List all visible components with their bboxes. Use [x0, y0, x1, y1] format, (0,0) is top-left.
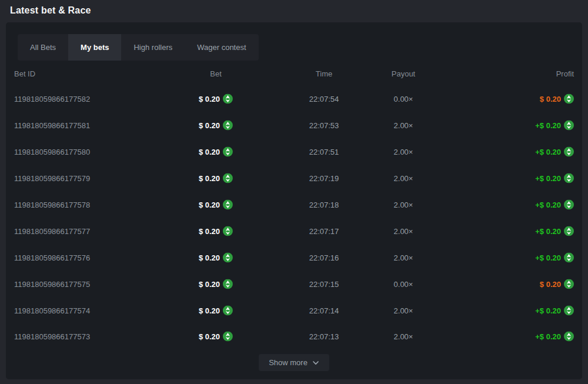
bet-id-cell: 119818059866177573 [14, 332, 90, 341]
bet-cell: $ 0.20 [199, 200, 233, 210]
bet-id-cell: 119818059866177581 [14, 121, 90, 130]
bet-amount: $ 0.20 [199, 332, 220, 341]
bets-tab-bar: All BetsMy betsHigh rollersWager contest [18, 34, 259, 61]
etc-coin-icon [223, 121, 233, 131]
etc-coin-icon [564, 252, 574, 262]
profit-cell: +$ 0.20 [535, 332, 574, 342]
tab-wager-contest[interactable]: Wager contest [185, 34, 258, 61]
payout-cell: 2.00× [394, 332, 413, 341]
profit-amount: +$ 0.20 [535, 332, 561, 341]
time-cell: 22:07:18 [309, 201, 339, 209]
payout-cell: 2.00× [394, 306, 413, 315]
payout-cell: 2.00× [394, 201, 413, 209]
profit-amount: +$ 0.20 [535, 306, 561, 315]
profit-cell: $ 0.20 [540, 279, 574, 289]
bet-amount: $ 0.20 [199, 148, 220, 156]
tab-all-bets[interactable]: All Bets [18, 34, 68, 61]
time-cell: 22:07:19 [309, 174, 339, 183]
time-cell: 22:07:53 [309, 121, 339, 130]
profit-amount: $ 0.20 [540, 279, 561, 288]
profit-amount: +$ 0.20 [535, 121, 561, 130]
bet-id-cell: 119818059866177576 [14, 253, 90, 262]
profit-cell: +$ 0.20 [535, 305, 574, 315]
etc-coin-icon [564, 332, 574, 342]
time-cell: 22:07:15 [309, 279, 339, 288]
etc-coin-icon [564, 94, 574, 104]
bet-amount: $ 0.20 [199, 226, 220, 235]
bet-amount: $ 0.20 [199, 306, 220, 315]
bet-amount: $ 0.20 [199, 121, 220, 130]
etc-coin-icon [223, 200, 233, 210]
bet-amount: $ 0.20 [199, 279, 220, 288]
payout-cell: 2.00× [394, 226, 413, 235]
table-row[interactable]: 119818059866177581 $ 0.20 22:07:53 2.00×… [6, 112, 582, 139]
table-row[interactable]: 119818059866177573 $ 0.20 22:07:13 2.00×… [6, 323, 582, 350]
bet-cell: $ 0.20 [199, 332, 233, 342]
table-row[interactable]: 119818059866177582 $ 0.20 22:07:54 0.00×… [6, 86, 582, 112]
etc-coin-icon [223, 173, 233, 183]
etc-coin-icon [564, 173, 574, 183]
profit-amount: +$ 0.20 [535, 201, 561, 209]
bet-id-cell: 119818059866177578 [14, 201, 90, 209]
table-header-row: Bet ID Bet Time Payout Profit [6, 61, 582, 86]
bet-cell: $ 0.20 [199, 305, 233, 315]
table-row[interactable]: 119818059866177575 $ 0.20 22:07:15 0.00×… [6, 271, 582, 297]
bet-cell: $ 0.20 [199, 94, 233, 104]
etc-coin-icon [223, 332, 233, 342]
payout-cell: 2.00× [394, 121, 413, 130]
time-cell: 22:07:16 [309, 253, 339, 262]
etc-coin-icon [223, 252, 233, 262]
table-row[interactable]: 119818059866177578 $ 0.20 22:07:18 2.00×… [6, 192, 582, 218]
payout-cell: 0.00× [394, 279, 413, 288]
bet-amount: $ 0.20 [199, 95, 220, 103]
time-cell: 22:07:14 [309, 306, 339, 315]
payout-cell: 2.00× [394, 253, 413, 262]
bet-id-cell: 119818059866177579 [14, 174, 90, 183]
bet-id-cell: 119818059866177580 [14, 148, 90, 156]
payout-cell: 2.00× [394, 174, 413, 183]
etc-coin-icon [564, 147, 574, 157]
time-cell: 22:07:13 [309, 332, 339, 341]
show-more-button[interactable]: Show more [259, 354, 329, 371]
etc-coin-icon [223, 226, 233, 236]
bet-id-cell: 119818059866177575 [14, 279, 90, 288]
column-header-bet: Bet [210, 69, 222, 78]
bet-amount: $ 0.20 [199, 174, 220, 183]
profit-amount: +$ 0.20 [535, 174, 561, 183]
profit-cell: +$ 0.20 [535, 147, 574, 157]
table-row[interactable]: 119818059866177574 $ 0.20 22:07:14 2.00×… [6, 297, 582, 323]
bets-table: Bet ID Bet Time Payout Profit 1198180598… [6, 61, 582, 350]
profit-amount: +$ 0.20 [535, 226, 561, 235]
profit-cell: +$ 0.20 [535, 200, 574, 210]
table-row[interactable]: 119818059866177576 $ 0.20 22:07:16 2.00×… [6, 244, 582, 271]
chevron-down-icon [312, 359, 319, 366]
etc-coin-icon [564, 200, 574, 210]
tab-high-rollers[interactable]: High rollers [121, 34, 185, 61]
column-header-bet-id: Bet ID [14, 69, 35, 78]
table-row[interactable]: 119818059866177579 $ 0.20 22:07:19 2.00×… [6, 165, 582, 192]
profit-cell: +$ 0.20 [535, 121, 574, 131]
time-cell: 22:07:17 [309, 226, 339, 235]
bet-cell: $ 0.20 [199, 121, 233, 131]
bet-cell: $ 0.20 [199, 226, 233, 236]
bet-amount: $ 0.20 [199, 201, 220, 209]
tab-my-bets[interactable]: My bets [68, 34, 121, 61]
etc-coin-icon [223, 147, 233, 157]
time-cell: 22:07:54 [309, 95, 339, 103]
etc-coin-icon [564, 121, 574, 131]
time-cell: 22:07:51 [309, 148, 339, 156]
column-header-payout: Payout [392, 69, 415, 78]
bet-cell: $ 0.20 [199, 173, 233, 183]
table-row[interactable]: 119818059866177577 $ 0.20 22:07:17 2.00×… [6, 218, 582, 244]
show-more-container: Show more [6, 354, 582, 371]
payout-cell: 2.00× [394, 148, 413, 156]
bet-id-cell: 119818059866177574 [14, 306, 90, 315]
etc-coin-icon [223, 305, 233, 315]
bet-cell: $ 0.20 [199, 279, 233, 289]
bet-amount: $ 0.20 [199, 253, 220, 262]
etc-coin-icon [564, 305, 574, 315]
etc-coin-icon [223, 279, 233, 289]
profit-amount: +$ 0.20 [535, 253, 561, 262]
table-row[interactable]: 119818059866177580 $ 0.20 22:07:51 2.00×… [6, 139, 582, 165]
profit-amount: +$ 0.20 [535, 148, 561, 156]
